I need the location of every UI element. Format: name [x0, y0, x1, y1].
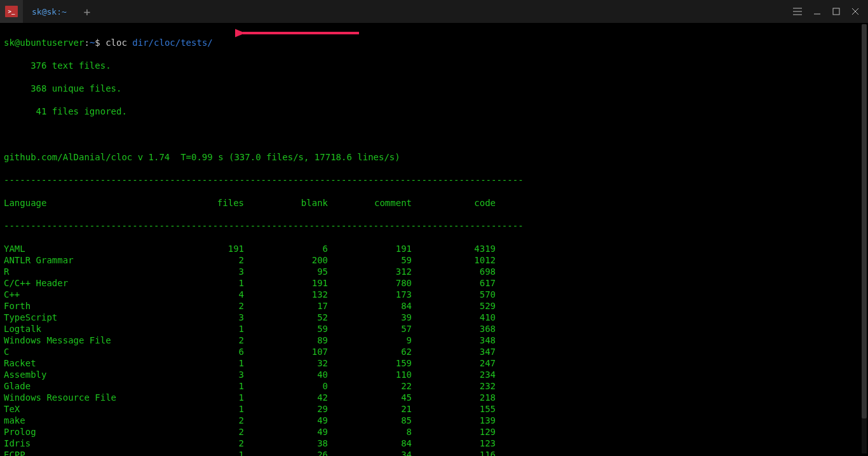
cell-code: 155	[412, 403, 496, 415]
table-row: ANTLR Grammar2200591012	[4, 254, 864, 266]
summary-line-2: 368 unique files.	[4, 83, 864, 94]
cell-comment: 84	[328, 300, 412, 312]
cell-files: 3	[202, 369, 244, 380]
cell-comment: 84	[328, 438, 412, 449]
cell-lang: Logtalk	[4, 323, 202, 335]
tab-label: sk@sk:~	[32, 7, 67, 17]
cell-comment: 34	[328, 449, 412, 456]
prompt-line: sk@ubuntuserver:~$ cloc dir/cloc/tests/	[4, 37, 864, 48]
blank-line	[4, 128, 864, 140]
table-row: C610762347	[4, 346, 864, 357]
cell-code: 617	[412, 277, 496, 289]
table-row: make24985139	[4, 415, 864, 426]
cell-comment: 173	[328, 289, 412, 300]
cell-blank: 40	[244, 369, 328, 380]
cell-comment: 110	[328, 369, 412, 380]
cell-lang: C	[4, 346, 202, 357]
maximize-icon[interactable]	[832, 8, 840, 15]
tab-icon[interactable]: >_	[0, 0, 23, 23]
cell-blank: 200	[244, 254, 328, 266]
cell-files: 1	[202, 403, 244, 415]
tab-active[interactable]: sk@sk:~	[23, 0, 76, 23]
cell-files: 1	[202, 277, 244, 289]
cell-comment: 191	[328, 243, 412, 254]
header-files: files	[202, 197, 244, 209]
cell-code: 234	[412, 369, 496, 380]
cell-lang: Prolog	[4, 426, 202, 438]
add-tab-button[interactable]: +	[76, 0, 98, 23]
cell-code: 368	[412, 323, 496, 335]
scrollbar-thumb[interactable]	[862, 24, 867, 418]
command-text: cloc	[105, 38, 132, 48]
divider-top: ----------------------------------------…	[4, 174, 864, 186]
cell-lang: C++	[4, 289, 202, 300]
table-row: C/C++ Header1191780617	[4, 277, 864, 289]
cell-comment: 22	[328, 380, 412, 392]
cell-lang: Racket	[4, 357, 202, 369]
cell-files: 191	[202, 243, 244, 254]
cell-blank: 132	[244, 289, 328, 300]
table-row: Logtalk15957368	[4, 323, 864, 335]
cell-code: 410	[412, 312, 496, 323]
cell-code: 348	[412, 335, 496, 346]
header-code: code	[412, 197, 496, 209]
cell-blank: 32	[244, 357, 328, 369]
cell-blank: 42	[244, 392, 328, 403]
table-row: Glade1022232	[4, 380, 864, 392]
cell-blank: 52	[244, 312, 328, 323]
cell-blank: 17	[244, 300, 328, 312]
cell-files: 2	[202, 438, 244, 449]
cell-files: 2	[202, 415, 244, 426]
cell-blank: 59	[244, 323, 328, 335]
cell-lang: ECPP	[4, 449, 202, 456]
cell-lang: TeX	[4, 403, 202, 415]
plus-icon: +	[83, 5, 90, 18]
cell-code: 218	[412, 392, 496, 403]
window-controls	[793, 8, 868, 15]
terminal-output[interactable]: sk@ubuntuserver:~$ cloc dir/cloc/tests/ …	[0, 23, 868, 456]
cell-code: 247	[412, 357, 496, 369]
cell-code: 698	[412, 266, 496, 277]
cell-comment: 57	[328, 323, 412, 335]
cell-comment: 312	[328, 266, 412, 277]
table-row: Windows Resource File14245218	[4, 392, 864, 403]
header-comment: comment	[328, 197, 412, 209]
cell-blank: 26	[244, 449, 328, 456]
cell-comment: 21	[328, 403, 412, 415]
cell-blank: 191	[244, 277, 328, 289]
cell-lang: Assembly	[4, 369, 202, 380]
cell-blank: 107	[244, 346, 328, 357]
cell-lang: Windows Resource File	[4, 392, 202, 403]
cell-code: 1012	[412, 254, 496, 266]
scrollbar-track[interactable]	[862, 24, 867, 453]
cell-lang: R	[4, 266, 202, 277]
cell-comment: 780	[328, 277, 412, 289]
cell-blank: 49	[244, 415, 328, 426]
stats-line: github.com/AlDanial/cloc v 1.74 T=0.99 s…	[4, 151, 864, 163]
cell-blank: 38	[244, 438, 328, 449]
cell-lang: Idris	[4, 438, 202, 449]
cell-files: 1	[202, 357, 244, 369]
cell-lang: ANTLR Grammar	[4, 254, 202, 266]
tabs-container: >_ sk@sk:~ +	[0, 0, 98, 23]
cell-blank: 0	[244, 380, 328, 392]
svg-rect-0	[833, 8, 839, 15]
summary-line-1: 376 text files.	[4, 60, 864, 71]
cell-comment: 59	[328, 254, 412, 266]
prompt-dollar: $	[95, 38, 105, 48]
cell-lang: YAML	[4, 243, 202, 254]
table-row: Idris23884123	[4, 438, 864, 449]
close-icon[interactable]	[851, 8, 859, 15]
table-row: Forth21784529	[4, 300, 864, 312]
cell-code: 529	[412, 300, 496, 312]
command-path: dir/cloc/tests/	[132, 38, 212, 48]
cell-blank: 89	[244, 335, 328, 346]
cell-comment: 159	[328, 357, 412, 369]
hamburger-menu-icon[interactable]	[793, 8, 802, 15]
cell-code: 570	[412, 289, 496, 300]
cell-code: 116	[412, 449, 496, 456]
table-row: Racket132159247	[4, 357, 864, 369]
minimize-icon[interactable]	[813, 8, 821, 15]
cell-lang: TypeScript	[4, 312, 202, 323]
table-header: Languagefilesblankcommentcode	[4, 197, 864, 209]
